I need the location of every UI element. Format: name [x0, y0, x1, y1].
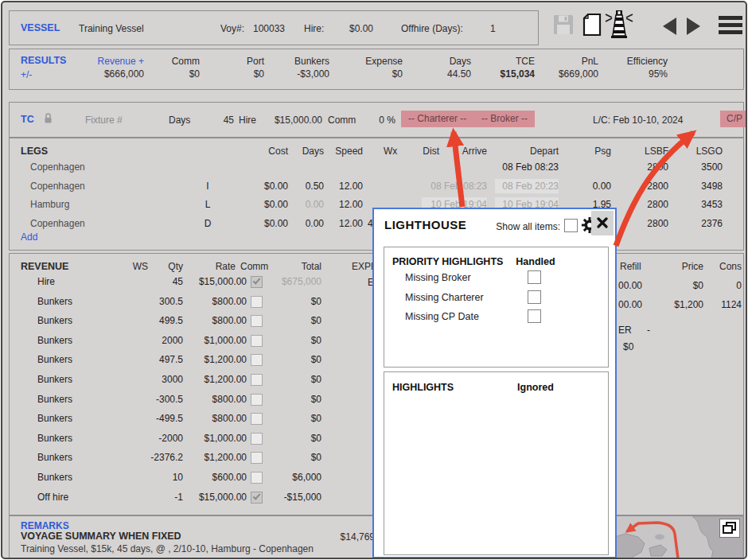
revenue-total: $0	[269, 372, 321, 387]
revenue-qty[interactable]: 2000	[126, 333, 183, 348]
tc-hire-value[interactable]: $15,000.00	[258, 114, 322, 126]
leg-cost[interactable]	[231, 160, 288, 174]
offhire-value[interactable]: 1	[490, 22, 496, 35]
comm-checkbox[interactable]	[251, 374, 263, 386]
revenue-total: -$15,000	[269, 490, 321, 504]
save-button[interactable]	[553, 14, 574, 38]
revenue-total: $6,000	[269, 470, 321, 484]
leg-cost[interactable]: $0.00	[231, 216, 288, 231]
leg-depart[interactable]: 08 Feb 08:23	[495, 160, 559, 174]
revenue-qty[interactable]: 10	[126, 470, 183, 484]
revenue-total: $0	[269, 313, 321, 328]
leg-cost[interactable]: $0.00	[231, 179, 288, 193]
comm-checkbox[interactable]	[251, 492, 263, 504]
comm-checkbox[interactable]	[251, 452, 263, 464]
revenue-rate[interactable]: $600.00	[186, 470, 247, 484]
comm-checkbox[interactable]	[251, 472, 263, 484]
bunkers-refill-fragment[interactable]: 00.00	[618, 278, 642, 293]
bunkers-price-value[interactable]: $0	[664, 278, 703, 293]
leg-speed[interactable]	[325, 160, 363, 174]
revenue-qty[interactable]: 499.5	[126, 313, 183, 328]
fixture-number-field[interactable]: Fixture #	[85, 114, 123, 126]
vessel-name[interactable]: Training Vessel	[79, 22, 144, 35]
comm-checkbox[interactable]	[251, 433, 263, 445]
revenue-qty[interactable]: -2376.2	[126, 450, 183, 465]
revenue-rate[interactable]: $1,200.00	[186, 372, 247, 387]
revenue-qty[interactable]: -300.5	[126, 392, 183, 406]
revenue-rate[interactable]: $1,200.00	[186, 352, 247, 367]
lighthouse-button[interactable]	[604, 8, 634, 43]
charterer-broker-chip[interactable]: -- Charterer -- -- Broker --	[401, 111, 535, 127]
revenue-rate[interactable]: $800.00	[186, 294, 247, 309]
leg-days[interactable]	[290, 160, 324, 174]
leg-cost[interactable]: $0.00	[231, 197, 288, 212]
revenue-qty[interactable]: 45	[126, 274, 183, 289]
comm-checkbox[interactable]	[251, 315, 263, 327]
tc-title[interactable]: TC	[21, 113, 34, 126]
leg-days[interactable]: 0.00	[290, 216, 324, 231]
leg-speed[interactable]: 12.00	[325, 216, 363, 231]
revenue-rate[interactable]: $15,000.00	[186, 274, 247, 289]
comm-checkbox[interactable]	[251, 276, 263, 288]
revenue-row: Hire45$15,000.00$675,000	[10, 274, 376, 289]
leg-days[interactable]: 0.00	[290, 197, 324, 212]
revenue-qty[interactable]: 497.5	[126, 352, 183, 367]
revenue-qty[interactable]: -1	[126, 490, 183, 504]
remarks-amount: $14,769	[319, 531, 375, 543]
handled-checkbox[interactable]	[528, 290, 541, 304]
bunkers-price-value[interactable]: $1,200	[664, 298, 703, 312]
leg-speed[interactable]: 12.00	[325, 179, 363, 193]
close-button[interactable]	[591, 211, 614, 235]
leg-arrive[interactable]	[422, 160, 487, 174]
leg-depart[interactable]: 08 Feb 20:23	[495, 179, 559, 193]
nav-previous-icon[interactable]	[663, 18, 676, 35]
revenue-row: Bunkers499.5$800.00$0	[10, 313, 376, 328]
show-all-items-checkbox[interactable]	[564, 219, 578, 232]
leg-port[interactable]: Copenhagen	[30, 160, 150, 174]
revenue-qty[interactable]: 300.5	[126, 294, 183, 309]
tc-days-value[interactable]: 45	[201, 114, 234, 126]
tc-comm-value[interactable]: 0 %	[364, 114, 395, 126]
comm-checkbox[interactable]	[251, 296, 263, 308]
comm-checkbox[interactable]	[251, 354, 263, 366]
lock-icon[interactable]	[43, 112, 53, 127]
revenue-rate[interactable]: $1,000.00	[186, 431, 247, 445]
nav-next-icon[interactable]	[687, 18, 700, 35]
vessel-label[interactable]: VESSEL	[21, 21, 60, 34]
revenue-qty[interactable]: -2000	[126, 431, 183, 445]
add-leg-link[interactable]: Add	[21, 231, 37, 243]
charterer-placeholder[interactable]: -- Charterer --	[408, 113, 466, 124]
leg-lsgo: 2376	[673, 216, 723, 231]
show-all-items-label: Show all items:	[492, 220, 560, 233]
revenue-qty[interactable]: -499.5	[126, 411, 183, 426]
revenue-rate[interactable]: $1,000.00	[186, 333, 247, 348]
cp-date-chip[interactable]: C/P	[720, 111, 747, 127]
vessel-header: VESSEL Training Vessel Voy#: 100033 Hire…	[9, 10, 539, 45]
comm-checkbox[interactable]	[251, 335, 263, 347]
leg-port[interactable]: Copenhagen	[30, 179, 150, 193]
leg-arrive[interactable]: 08 Feb 08:23	[422, 179, 487, 193]
voyage-number-value[interactable]: 100033	[253, 22, 285, 35]
leg-port[interactable]: Copenhagen	[30, 216, 150, 231]
laycan-value[interactable]: L/C: Feb 10-10, 2024	[593, 114, 683, 126]
hamburger-menu-icon[interactable]	[719, 16, 742, 37]
revenue-qty[interactable]: 3000	[126, 372, 183, 387]
handled-checkbox[interactable]	[528, 270, 541, 284]
comm-checkbox[interactable]	[251, 413, 263, 425]
revenue-rate[interactable]: $800.00	[186, 392, 247, 406]
handled-checkbox[interactable]	[528, 309, 541, 323]
bunkers-refill-fragment[interactable]: 00.00	[618, 298, 642, 312]
revenue-rate[interactable]: $800.00	[186, 313, 247, 328]
leg-days[interactable]: 0.50	[290, 179, 324, 193]
hire-value[interactable]: $0.00	[329, 22, 373, 35]
leg-port[interactable]: Hamburg	[30, 197, 150, 212]
map-popout-button[interactable]	[719, 519, 740, 538]
revenue-rate[interactable]: $15,000.00	[186, 490, 247, 504]
results-plus-minus-toggle[interactable]: +/-	[21, 68, 32, 81]
comm-checkbox[interactable]	[251, 394, 263, 406]
new-document-button[interactable]	[582, 13, 602, 40]
leg-speed[interactable]: 12.00	[325, 197, 363, 212]
broker-placeholder[interactable]: -- Broker --	[481, 113, 528, 124]
revenue-rate[interactable]: $800.00	[186, 411, 247, 426]
revenue-rate[interactable]: $1,200.00	[186, 450, 247, 465]
